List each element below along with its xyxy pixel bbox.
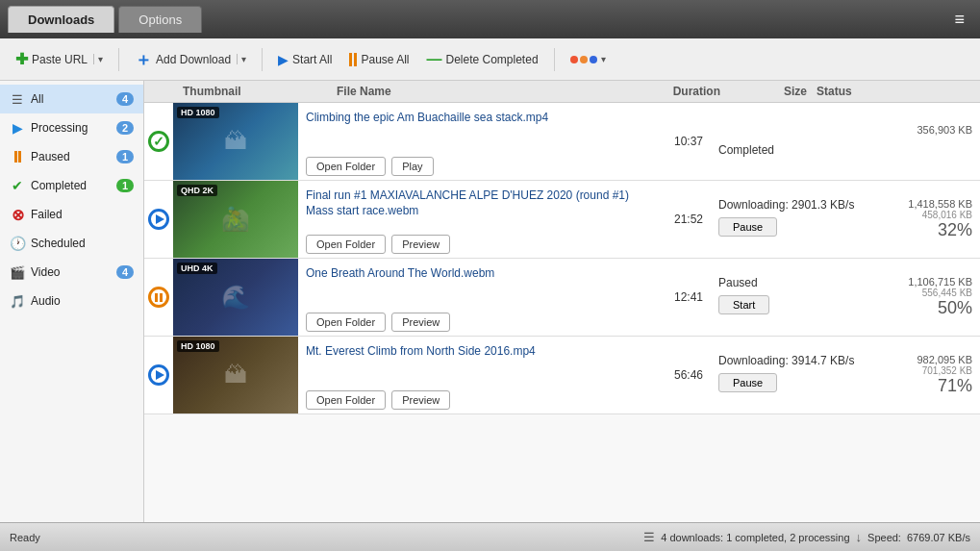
- pause-button-4[interactable]: Pause: [718, 373, 777, 392]
- item-actions-1: Open Folder Play: [306, 157, 636, 176]
- play-triangle-icon-4: [156, 370, 164, 380]
- add-download-arrow[interactable]: ▾: [237, 54, 246, 64]
- separator-3: [554, 48, 555, 71]
- processing-icon: ▶: [10, 120, 25, 136]
- item-size-1: 356,903 KB: [718, 124, 972, 136]
- preview-button-2[interactable]: Preview: [391, 235, 450, 254]
- status-speed-value: 6769.07 KB/s: [907, 532, 970, 543]
- item-thumbnail-4: HD 1080 🏔: [173, 337, 298, 413]
- scheduled-icon: 🕐: [10, 236, 25, 251]
- item-size-status-1: 356,903 KB Completed: [711, 103, 980, 180]
- download-item-3: UHD 4K 🌊 One Breath Around The World.web…: [144, 259, 980, 337]
- downloading-play-icon-4: [148, 364, 169, 386]
- status-bar: Ready ☰ 4 downloads: 1 completed, 2 proc…: [0, 522, 980, 551]
- item-size-sub-4: 701,352 KB: [917, 365, 973, 376]
- open-folder-button-1[interactable]: Open Folder: [306, 157, 386, 176]
- downloading-play-icon: [148, 209, 169, 230]
- open-folder-button-4[interactable]: Open Folder: [306, 390, 386, 410]
- paused-icon: [148, 287, 169, 308]
- add-download-label: Add Download: [156, 53, 231, 66]
- item-status-icon-3: [144, 259, 173, 336]
- sidebar-item-video[interactable]: 🎬 Video 4: [0, 258, 143, 287]
- thumb-badge-1: HD 1080: [177, 107, 219, 118]
- item-actions-3: Open Folder Preview: [306, 313, 636, 332]
- status-ready: Ready: [10, 532, 643, 543]
- pause-button-2[interactable]: Pause: [718, 217, 777, 237]
- sidebar-item-failed-label: Failed: [31, 208, 134, 221]
- preview-button-3[interactable]: Preview: [391, 313, 450, 332]
- item-size-status-3: Paused Start 1,106,715 KB 556,445 KB 50%: [711, 259, 980, 336]
- status-speed-label: Speed:: [867, 532, 901, 543]
- item-size-3: 1,106,715 KB: [908, 276, 972, 288]
- paste-url-arrow[interactable]: ▾: [93, 54, 103, 64]
- sidebar-badge-completed: 1: [116, 179, 134, 192]
- play-button-1[interactable]: Play: [391, 157, 433, 176]
- item-details-4: Mt. Everest Climb from North Side 2016.m…: [298, 337, 643, 413]
- more-options-arrow: ▾: [601, 54, 606, 64]
- tab-options[interactable]: Options: [118, 6, 202, 33]
- item-details-2: Final run #1 MAXIAVALANCHE ALPE D'HUEZ 2…: [298, 181, 643, 258]
- sidebar-item-paused[interactable]: Paused 1: [0, 142, 143, 171]
- sidebar: ☰ All 4 ▶ Processing 2 Paused 1 ✔ Comple…: [0, 81, 144, 522]
- item-size-status-4: Downloading: 3914.7 KB/s Pause 982,095 K…: [711, 337, 980, 413]
- paste-url-label: Paste URL: [32, 53, 88, 66]
- completed-icon: ✔: [10, 178, 25, 193]
- sidebar-item-scheduled[interactable]: 🕐 Scheduled: [0, 229, 143, 258]
- thumbnail-placeholder-2: QHD 2K 🚵: [173, 181, 298, 258]
- pause-all-button[interactable]: Pause All: [343, 49, 415, 70]
- toolbar: ✚ Paste URL ▾ ＋ Add Download ▾ ▶ Start A…: [0, 38, 980, 81]
- sidebar-badge-processing: 2: [116, 121, 134, 135]
- delete-icon: —: [427, 51, 442, 68]
- item-size-2: 1,418,558 KB: [908, 198, 972, 210]
- open-folder-button-3[interactable]: Open Folder: [306, 313, 386, 332]
- preview-button-4[interactable]: Preview: [391, 390, 450, 410]
- failed-icon: ⊗: [10, 207, 25, 222]
- sidebar-badge-paused: 1: [116, 150, 134, 163]
- start-button-3[interactable]: Start: [718, 295, 769, 314]
- all-icon: ☰: [10, 91, 25, 107]
- item-filename-3: One Breath Around The World.webm: [306, 266, 636, 282]
- start-all-button[interactable]: ▶ Start All: [272, 48, 338, 71]
- sidebar-item-all[interactable]: ☰ All 4: [0, 85, 143, 113]
- sidebar-item-failed[interactable]: ⊗ Failed: [0, 200, 143, 229]
- download-item-4: HD 1080 🏔 Mt. Everest Climb from North S…: [144, 337, 980, 414]
- title-bar: Downloads Options ≡: [0, 0, 980, 38]
- separator-1: [118, 48, 119, 71]
- item-right-2: 21:52 Downloading: 2901.3 KB/s Pause 1,4…: [643, 181, 980, 258]
- tab-downloads[interactable]: Downloads: [8, 6, 114, 33]
- pause-bar-left: [155, 293, 158, 302]
- thumbnail-placeholder-3: UHD 4K 🌊: [173, 259, 298, 336]
- item-details-1: Climbing the epic Am Buachaille sea stac…: [298, 103, 643, 180]
- download-item-2: QHD 2K 🚵 Final run #1 MAXIAVALANCHE ALPE…: [144, 181, 980, 259]
- sidebar-item-audio[interactable]: 🎵 Audio: [0, 287, 143, 315]
- speed-download-icon: ↓: [856, 530, 863, 544]
- header-size: Size: [720, 85, 807, 98]
- dot-blue: [590, 56, 597, 63]
- status-right: ☰ 4 downloads: 1 completed, 2 processing…: [643, 530, 970, 544]
- sidebar-item-completed[interactable]: ✔ Completed 1: [0, 171, 143, 200]
- menu-icon[interactable]: ≡: [946, 6, 972, 34]
- open-folder-button-2[interactable]: Open Folder: [306, 235, 386, 254]
- sidebar-item-scheduled-label: Scheduled: [31, 237, 134, 250]
- add-download-button[interactable]: ＋ Add Download ▾: [129, 44, 252, 75]
- delete-completed-button[interactable]: — Delete Completed: [421, 47, 544, 72]
- item-status-text-2: Downloading: 2901.3 KB/s: [718, 198, 854, 212]
- item-status-text-4: Downloading: 3914.7 KB/s: [718, 354, 854, 367]
- start-all-label: Start All: [292, 53, 332, 66]
- play-triangle-icon: [156, 214, 164, 224]
- paste-url-button[interactable]: ✚ Paste URL ▾: [10, 46, 109, 72]
- item-right-4: 56:46 Downloading: 3914.7 KB/s Pause 982…: [643, 337, 980, 413]
- header-filename: File Name: [337, 85, 643, 98]
- item-status-text-1: Completed: [718, 143, 972, 157]
- item-status-text-3: Paused: [718, 276, 769, 289]
- download-list-icon: ☰: [643, 530, 655, 544]
- item-duration-4: 56:46: [643, 337, 711, 413]
- sidebar-item-audio-label: Audio: [31, 294, 134, 308]
- sidebar-badge-video: 4: [116, 265, 134, 279]
- header-duration: Duration: [643, 85, 720, 98]
- main-layout: ☰ All 4 ▶ Processing 2 Paused 1 ✔ Comple…: [0, 81, 980, 522]
- sidebar-item-processing[interactable]: ▶ Processing 2: [0, 113, 143, 142]
- content-area: Thumbnail File Name Duration Size Status…: [144, 81, 980, 522]
- more-options-button[interactable]: ▾: [565, 50, 612, 68]
- item-size-4: 982,095 KB: [917, 354, 973, 365]
